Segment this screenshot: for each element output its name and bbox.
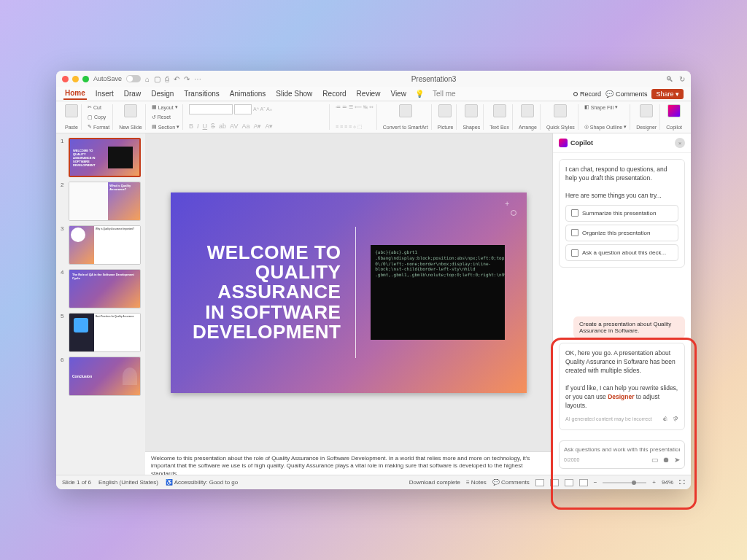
home-icon[interactable]: ⌂ bbox=[145, 75, 150, 83]
tab-review[interactable]: Review bbox=[355, 88, 382, 99]
strike-button[interactable]: S̶ bbox=[211, 122, 215, 130]
language[interactable]: English (United States) bbox=[98, 479, 158, 486]
thumb-4[interactable]: The Role of QA in the Software Developme… bbox=[69, 269, 141, 308]
notes-button[interactable]: ≡ Notes bbox=[466, 479, 487, 486]
doc-title: Presentation3 bbox=[206, 75, 662, 83]
designer-button[interactable]: Designer bbox=[633, 104, 660, 130]
thumbs-down-icon[interactable]: 👎︎ bbox=[672, 414, 678, 424]
thumb-2[interactable]: What is Quality Assurance? bbox=[69, 182, 141, 221]
search-icon[interactable]: 🔍︎ bbox=[666, 75, 673, 83]
layout-button[interactable]: ▦ Layout ▾ bbox=[152, 104, 178, 110]
smartart-button[interactable]: Convert to SmartArt bbox=[380, 104, 432, 130]
copilot-input[interactable] bbox=[564, 446, 680, 453]
thumb-1[interactable]: WELCOME TO QUALITY ASSURANCE IN SOFTWARE… bbox=[69, 138, 141, 177]
copilot-input-box[interactable]: 0/2000 ▭ ⏺ ➤ bbox=[559, 440, 685, 469]
tab-animations[interactable]: Animations bbox=[228, 88, 267, 99]
thumbs-up-icon[interactable]: 👍︎ bbox=[662, 414, 669, 424]
view-slideshow[interactable] bbox=[579, 479, 588, 486]
history-icon[interactable]: ↻ bbox=[679, 75, 685, 83]
divider bbox=[355, 227, 356, 358]
arrange-button[interactable]: Arrange bbox=[516, 104, 541, 130]
card-icon[interactable]: ▭ bbox=[651, 456, 658, 464]
textbox-button[interactable]: Text Box bbox=[487, 104, 513, 130]
save-icon[interactable]: ▢ bbox=[154, 75, 160, 83]
redo-icon[interactable]: ↷ bbox=[184, 75, 190, 83]
reset-button[interactable]: ↺ Reset bbox=[152, 114, 171, 120]
designer-link[interactable]: Designer bbox=[608, 393, 634, 400]
zoom-slider[interactable] bbox=[603, 482, 646, 483]
shapefill-button[interactable]: ◧ Shape Fill ▾ bbox=[584, 104, 618, 110]
suggestion-summarize[interactable]: Summarize this presentation bbox=[565, 205, 678, 222]
tab-draw[interactable]: Draw bbox=[123, 88, 142, 99]
quickstyles-button[interactable]: Quick Styles bbox=[543, 104, 578, 130]
thumb-5[interactable]: Best Practices for Quality Assurance bbox=[69, 313, 141, 352]
section-button[interactable]: ▤ Section ▾ bbox=[152, 124, 179, 130]
format-button[interactable]: ✎ Format bbox=[88, 124, 109, 130]
minimize-icon[interactable] bbox=[72, 76, 79, 82]
user-message: Create a presentation about Quality Assu… bbox=[573, 316, 685, 338]
copilot-logo-icon bbox=[559, 139, 568, 147]
speaker-notes[interactable]: Welcome to this presentation about the r… bbox=[145, 451, 552, 475]
zoom-in[interactable]: + bbox=[652, 479, 656, 486]
thumb-3[interactable]: Why is Quality Assurance Important? bbox=[69, 225, 141, 265]
close-icon[interactable] bbox=[62, 76, 69, 82]
tab-transitions[interactable]: Transitions bbox=[182, 88, 221, 99]
zoom-level[interactable]: 94% bbox=[662, 479, 673, 486]
slide-counter[interactable]: Slide 1 of 6 bbox=[62, 479, 91, 486]
slide-title[interactable]: WELCOME TO QUALITY ASSURANCE IN SOFTWARE… bbox=[193, 243, 341, 342]
ribbon: Paste ✂ Cut ▢ Copy ✎ Format New Slide ▦ … bbox=[56, 101, 691, 133]
autosave-toggle[interactable] bbox=[126, 75, 141, 82]
bold-button[interactable]: B bbox=[189, 122, 193, 130]
copilot-ribbon-button[interactable]: Copilot bbox=[663, 104, 685, 130]
suggestion-organize[interactable]: Organize this presentation bbox=[565, 225, 678, 241]
comments-status[interactable]: 💬 Comments bbox=[492, 479, 530, 486]
tab-insert[interactable]: Insert bbox=[94, 88, 115, 99]
tab-home[interactable]: Home bbox=[63, 88, 87, 100]
accessibility[interactable]: ♿ Accessibility: Good to go bbox=[166, 479, 238, 486]
copy-button[interactable]: ▢ Copy bbox=[88, 114, 106, 120]
qat[interactable]: ⌂ ▢ ⎙ ↶ ↷ ⋯ bbox=[145, 75, 201, 83]
font-select[interactable] bbox=[189, 104, 233, 114]
comments-button[interactable]: 💬Comments bbox=[605, 90, 648, 98]
tab-design[interactable]: Design bbox=[150, 88, 175, 99]
cut-button[interactable]: ✂ Cut bbox=[88, 104, 101, 110]
picture-button[interactable]: Picture bbox=[435, 104, 457, 130]
suggestion-ask[interactable]: Ask a question about this deck... bbox=[565, 244, 678, 261]
slide-image[interactable]: {abc}{abc}.gbrt1 .6bang\ndisplay:block;p… bbox=[371, 245, 505, 340]
maximize-icon[interactable] bbox=[82, 76, 89, 82]
shapeoutline-button[interactable]: ◎ Shape Outline ▾ bbox=[584, 124, 627, 130]
share-button[interactable]: Share ▾ bbox=[651, 89, 684, 99]
print-icon[interactable]: ⎙ bbox=[165, 75, 169, 83]
view-reading[interactable] bbox=[565, 479, 573, 486]
record-button[interactable]: Record bbox=[573, 90, 601, 98]
paste-icon[interactable] bbox=[65, 104, 78, 117]
underline-button[interactable]: U bbox=[203, 122, 208, 130]
send-icon[interactable]: ➤ bbox=[674, 456, 680, 464]
ai-disclaimer: AI generated content may be incorrect bbox=[565, 416, 652, 423]
mic-icon[interactable]: ⏺ bbox=[662, 456, 670, 464]
copilot-intro: I can chat, respond to questions, and he… bbox=[559, 159, 685, 268]
italic-button[interactable]: I bbox=[197, 122, 199, 130]
zoom-out[interactable]: − bbox=[594, 479, 597, 486]
current-slide[interactable]: + WELCOME TO QUALITY ASSURANCE IN SOFTWA… bbox=[171, 192, 527, 393]
tab-record[interactable]: Record bbox=[321, 88, 347, 99]
tab-slideshow[interactable]: Slide Show bbox=[274, 88, 314, 99]
tab-view[interactable]: View bbox=[389, 88, 408, 99]
view-sorter[interactable] bbox=[550, 479, 559, 486]
fit-icon[interactable]: ⛶ bbox=[679, 479, 685, 486]
placeholder-plus-icon: + bbox=[505, 200, 509, 208]
newslide-button[interactable]: New Slide bbox=[116, 104, 146, 130]
view-normal[interactable] bbox=[535, 479, 544, 486]
autosave-label: AutoSave bbox=[93, 75, 122, 82]
shapes-button[interactable]: Shapes bbox=[460, 104, 484, 130]
slide-thumbnails: 1 WELCOME TO QUALITY ASSURANCE IN SOFTWA… bbox=[56, 133, 145, 475]
fontsize-select[interactable] bbox=[234, 104, 252, 114]
thumb-6[interactable]: Conclusion bbox=[69, 357, 141, 396]
close-icon[interactable]: × bbox=[675, 138, 685, 148]
undo-icon[interactable]: ↶ bbox=[174, 75, 179, 83]
app-window: AutoSave ⌂ ▢ ⎙ ↶ ↷ ⋯ Presentation3 🔍︎ ↻ … bbox=[56, 71, 691, 489]
more-icon[interactable]: ⋯ bbox=[194, 75, 201, 83]
tell-me[interactable]: Tell me bbox=[431, 88, 457, 99]
window-controls[interactable] bbox=[62, 76, 89, 82]
ribbon-tabs: Home Insert Draw Design Transitions Anim… bbox=[56, 87, 691, 101]
